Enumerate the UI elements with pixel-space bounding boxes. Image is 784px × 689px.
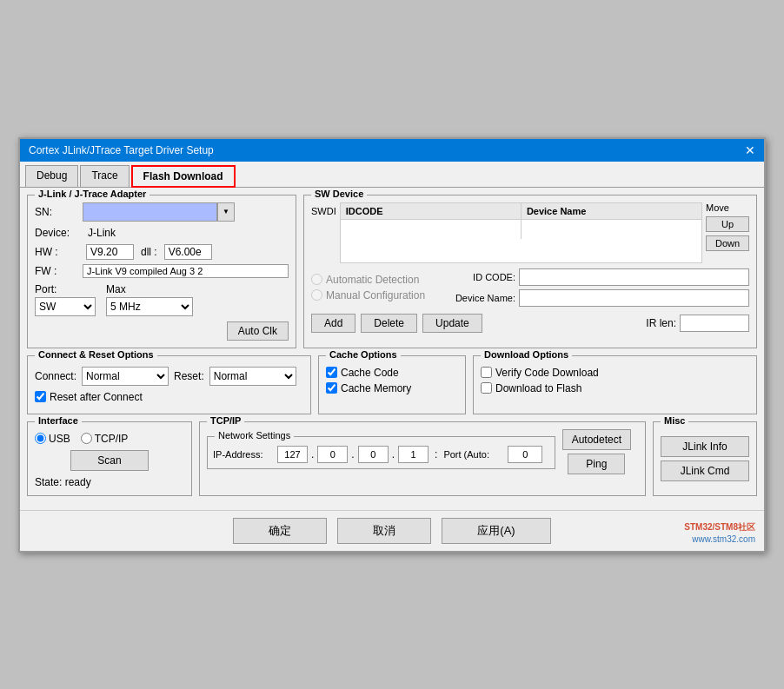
autoclk-button[interactable]: Auto Clk <box>227 321 289 341</box>
connect-label: Connect: <box>35 370 76 382</box>
cache-code-row: Cache Code <box>326 367 458 379</box>
cache-options-panel: Cache Options Cache Code Cache Memory <box>318 355 466 414</box>
port-select[interactable]: SW <box>35 297 96 316</box>
middle-panels: Connect & Reset Options Connect: Normal … <box>27 355 757 414</box>
misc-panel: Misc JLink Info JLink Cmd <box>653 421 757 496</box>
scan-button[interactable]: Scan <box>70 450 148 471</box>
ip-dot2: . <box>351 448 354 460</box>
id-fields: ID CODE: Device Name: <box>446 268 749 307</box>
close-button[interactable]: ✕ <box>745 144 755 156</box>
jlink-info-button[interactable]: JLink Info <box>661 436 749 457</box>
sw-device-panel: SW Device SWDI IDCODE Device Name <box>303 195 757 348</box>
ip-address-label: IP-Address: <box>213 449 274 460</box>
reset-select[interactable]: Normal <box>209 367 296 386</box>
ip-colon: : <box>435 448 437 460</box>
download-options-inner: Verify Code Download Download to Flash <box>481 367 749 394</box>
tab-debug[interactable]: Debug <box>25 165 78 187</box>
sw-table-header: IDCODE Device Name <box>340 202 702 220</box>
ip1-input[interactable] <box>277 446 308 463</box>
ir-len-label: IR len: <box>646 317 676 329</box>
device-name-label: Device Name: <box>446 293 515 303</box>
tab-flash-download[interactable]: Flash Download <box>131 165 236 188</box>
network-settings-title: Network Settings <box>215 430 294 441</box>
interface-panel: Interface USB TCP/IP Scan State: ready <box>27 421 192 496</box>
misc-title: Misc <box>661 415 688 426</box>
dll-label: dll : <box>141 246 157 258</box>
ip-dot3: . <box>392 448 395 460</box>
sw-cell-devicename <box>522 220 701 239</box>
cancel-button[interactable]: 取消 <box>337 518 431 544</box>
swdi-label: SWDI <box>311 206 336 216</box>
cache-code-label: Cache Code <box>341 367 399 379</box>
id-code-row: ID CODE: <box>446 268 749 286</box>
move-down-button[interactable]: Down <box>706 235 749 251</box>
tcpip-radio[interactable] <box>81 433 92 444</box>
jlink-adapter-panel: J-Link / J-Trace Adapter SN: ▼ Device: J… <box>27 195 296 348</box>
delete-button[interactable]: Delete <box>361 314 417 333</box>
verify-code-checkbox[interactable] <box>481 367 492 378</box>
sw-table-body <box>340 220 702 263</box>
sw-col-devicename: Device Name <box>522 203 701 219</box>
cache-options-title: Cache Options <box>326 349 401 360</box>
add-button[interactable]: Add <box>311 314 355 333</box>
usb-label: USB <box>49 433 70 445</box>
max-label: Max <box>106 283 289 295</box>
tcpip-title: TCP/IP <box>207 415 244 426</box>
ip2-input[interactable] <box>317 446 348 463</box>
sn-input[interactable] <box>83 202 217 222</box>
interface-radio-group: USB TCP/IP <box>35 433 184 445</box>
port-input[interactable] <box>508 446 542 463</box>
tab-trace[interactable]: Trace <box>80 165 129 187</box>
usb-radio[interactable] <box>35 433 46 444</box>
manual-config-radio[interactable] <box>311 289 322 301</box>
ip4-input[interactable] <box>398 446 429 463</box>
download-options-title: Download Options <box>481 349 572 360</box>
jlink-cmd-button[interactable]: JLink Cmd <box>661 460 749 481</box>
auto-detection-radio[interactable] <box>311 274 322 285</box>
auto-detection-label: Automatic Detection <box>326 274 419 286</box>
cache-code-checkbox[interactable] <box>326 367 337 378</box>
tcpip-inner: Network Settings IP-Address: . . . : <box>207 429 638 474</box>
scan-btn-wrapper: Scan <box>35 450 184 471</box>
apply-button[interactable]: 应用(A) <box>442 518 550 544</box>
ok-button[interactable]: 确定 <box>233 518 327 544</box>
bottom-panels: Interface USB TCP/IP Scan State: ready <box>27 421 757 496</box>
sw-cell-idcode <box>341 220 522 239</box>
bottom-bar: 确定 取消 应用(A) STM32/STM8社区 www.stm32.com <box>20 510 764 551</box>
ip3-input[interactable] <box>358 446 389 463</box>
tcpip-option: TCP/IP <box>81 433 129 445</box>
download-flash-checkbox[interactable] <box>481 382 492 394</box>
device-name-row: Device Name: <box>446 289 749 307</box>
tcpip-buttons-col: Autodetect Ping <box>555 429 638 474</box>
port-select-wrapper: SW <box>35 297 96 316</box>
device-name-input[interactable] <box>519 289 749 307</box>
manual-config-option: Manual Configuration <box>311 289 446 301</box>
state-label: State: ready <box>35 476 91 488</box>
dll-value: V6.00e <box>164 244 212 260</box>
verify-code-row: Verify Code Download <box>481 367 749 379</box>
tcpip-label: TCP/IP <box>95 433 129 445</box>
misc-buttons: JLink Info JLink Cmd <box>661 436 749 485</box>
id-code-input[interactable] <box>519 268 749 286</box>
auto-detection-option: Automatic Detection <box>311 274 446 286</box>
max-select[interactable]: 5 MHz <box>106 297 193 316</box>
ir-len-input[interactable] <box>680 315 749 332</box>
port-group: Port: SW <box>35 283 96 316</box>
sn-dropdown-btn[interactable]: ▼ <box>217 202 235 222</box>
reset-after-connect-checkbox[interactable] <box>35 391 46 402</box>
connect-select[interactable]: Normal <box>82 367 169 386</box>
action-row: Add Delete Update IR len: <box>311 314 749 333</box>
fw-label: FW : <box>35 265 83 277</box>
ping-button[interactable]: Ping <box>568 454 625 474</box>
update-button[interactable]: Update <box>422 314 482 333</box>
fw-input[interactable] <box>83 264 289 278</box>
reset-after-connect-row: Reset after Connect <box>35 391 303 403</box>
autodetect-button[interactable]: Autodetect <box>562 429 631 450</box>
move-up-button[interactable]: Up <box>706 216 749 232</box>
sw-device-title: SW Device <box>311 189 367 199</box>
cache-memory-label: Cache Memory <box>341 382 411 394</box>
sn-dropdown: ▼ <box>83 202 243 222</box>
sn-label: SN: <box>35 206 83 218</box>
cache-memory-checkbox[interactable] <box>326 382 337 394</box>
detection-row: Automatic Detection Manual Configuration… <box>311 268 749 307</box>
